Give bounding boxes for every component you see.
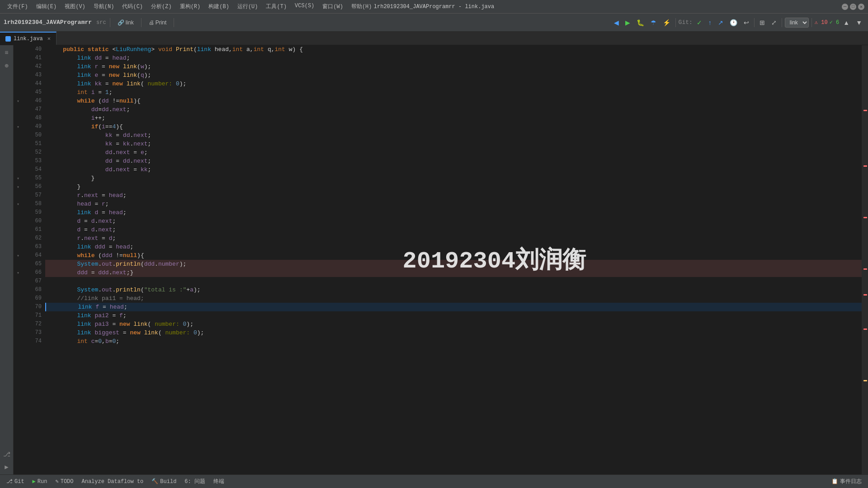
git-push-button[interactable]: ↗ <box>716 18 726 28</box>
terminal-bottom-item[interactable]: 终端 <box>211 477 227 486</box>
code-line-45: int i = 1; <box>45 88 862 97</box>
menu-code[interactable]: 代码(C) <box>118 2 146 11</box>
menu-navigate[interactable]: 导航(N) <box>90 2 118 11</box>
line-num-71: 71 <box>23 311 42 320</box>
gutter-71 <box>14 311 23 320</box>
gutter-42 <box>14 62 23 71</box>
menu-vcs[interactable]: VCS(S) <box>291 2 318 11</box>
line-num-72: 72 <box>23 320 42 328</box>
code-line-43: link e = new link(q); <box>45 71 862 80</box>
sidebar-run-icon[interactable]: ▶ <box>1 461 13 473</box>
code-line-62: r.next = d; <box>45 234 862 243</box>
code-line-66: ddd = ddd.next;} <box>45 268 862 277</box>
scroll-down-button[interactable]: ▼ <box>854 18 864 28</box>
scroll-marker-5 <box>863 294 867 296</box>
gutter-48 <box>14 114 23 122</box>
expand-button[interactable]: ⤢ <box>769 18 779 28</box>
build-bottom-item[interactable]: 🔨 Build <box>149 477 179 486</box>
line-num-47: 47 <box>23 105 42 114</box>
scroll-up-button[interactable]: ▲ <box>841 18 852 28</box>
line-num-53: 53 <box>23 157 42 165</box>
gutter-area: ▾ ▾ ▾ ▾ ▾ ▾ ▾ <box>14 45 23 474</box>
debug-button[interactable]: 🐛 <box>634 18 646 28</box>
code-content[interactable]: 20192304刘润衡 public static <LiuRunheng> v… <box>45 45 862 474</box>
toolbar-separator-2 <box>141 18 142 27</box>
gutter-61 <box>14 225 23 234</box>
toolbar: lrh20192304_JAVAProgramrr src 🔗 link 🖨 P… <box>0 14 868 32</box>
code-line-40: public static <LiuRunheng> void Print(li… <box>45 45 862 54</box>
code-line-68: System.out.println("total is :"+a); <box>45 286 862 294</box>
event-log-icon: 📋 <box>831 478 838 485</box>
code-line-71: link pai2 = f; <box>45 311 862 320</box>
gutter-67 <box>14 277 23 286</box>
gutter-65 <box>14 260 23 268</box>
menu-refactor[interactable]: 重构(R) <box>176 2 204 11</box>
run-button[interactable]: ▶ <box>623 18 632 28</box>
sidebar-search-icon[interactable]: ⊕ <box>1 60 13 71</box>
minimize-button[interactable]: ─ <box>842 4 848 10</box>
git-bottom-item[interactable]: ⎇ Git <box>4 477 27 486</box>
tab-close-icon[interactable]: ✕ <box>47 35 51 42</box>
close-button[interactable]: ✕ <box>858 4 864 10</box>
scroll-marker-6 <box>863 328 867 330</box>
menu-build[interactable]: 构建(B) <box>205 2 233 11</box>
line-num-48: 48 <box>23 114 42 122</box>
line-num-58: 58 <box>23 200 42 208</box>
gutter-74 <box>14 337 23 346</box>
warning-badge: ✓ 6 <box>830 19 840 26</box>
todo-bottom-icon: ✎ <box>55 478 58 485</box>
line-num-70: 70 <box>23 303 42 311</box>
coverage-button[interactable]: ☂ <box>648 18 659 28</box>
sidebar-structure-icon[interactable]: ≡ <box>1 47 13 59</box>
code-line-53: dd = dd.next; <box>45 157 862 165</box>
gutter-50 <box>14 131 23 140</box>
line-num-60: 60 <box>23 217 42 225</box>
navigate-back-button[interactable]: ◀ <box>612 18 621 28</box>
git-update-button[interactable]: ↑ <box>706 18 714 28</box>
gutter-73 <box>14 328 23 337</box>
git-check-button[interactable]: ✓ <box>694 18 704 28</box>
todo-bottom-item[interactable]: ✎ TODO <box>52 477 76 486</box>
title-bar: 文件(F) 编辑(E) 视图(V) 导航(N) 代码(C) 分析(Z) 重构(R… <box>0 0 868 14</box>
rollback-button[interactable]: ↩ <box>741 18 751 28</box>
menu-edit[interactable]: 编辑(E) <box>33 2 61 11</box>
menu-window[interactable]: 窗口(W) <box>319 2 347 11</box>
branch-selector[interactable]: link <box>785 18 809 28</box>
profile-button[interactable]: ⚡ <box>660 18 673 28</box>
event-log-label: 事件日志 <box>840 478 862 485</box>
menu-help[interactable]: 帮助(H) <box>348 2 376 11</box>
menu-analyze[interactable]: 分析(Z) <box>147 2 175 11</box>
gutter-44 <box>14 80 23 88</box>
line-num-42: 42 <box>23 62 42 71</box>
code-line-46: while (dd !=null){ <box>45 97 862 105</box>
maximize-button[interactable]: □ <box>850 4 856 10</box>
line-num-54: 54 <box>23 165 42 174</box>
issues-bottom-item[interactable]: 6: 问题 <box>182 477 208 486</box>
layout-button[interactable]: ⊞ <box>757 18 767 28</box>
line-num-41: 41 <box>23 54 42 62</box>
menu-view[interactable]: 视图(V) <box>61 2 89 11</box>
line-num-52: 52 <box>23 148 42 157</box>
bottom-right: 📋 事件日志 <box>829 477 864 486</box>
right-scrollbar[interactable] <box>862 45 868 474</box>
menu-tools[interactable]: 工具(T) <box>262 2 290 11</box>
toolbar-right: ◀ ▶ 🐛 ☂ ⚡ Git: ✓ ↑ ↗ 🕐 ↩ ⊞ ⤢ link ⚠ 10 ✓… <box>612 18 864 28</box>
menu-file[interactable]: 文件(F) <box>4 2 32 11</box>
print-button[interactable]: 🖨 Print <box>145 18 170 27</box>
src-label: src <box>96 19 106 26</box>
sidebar-git-icon[interactable]: ⎇ <box>1 448 13 460</box>
line-num-68: 68 <box>23 286 42 294</box>
issues-bottom-label: 6: 问题 <box>184 478 205 485</box>
title-bar-left: 文件(F) 编辑(E) 视图(V) 导航(N) 代码(C) 分析(Z) 重构(R… <box>4 2 376 11</box>
window-title: lrh20192304_JAVAProgramrr - link.java <box>374 4 494 10</box>
event-log-item[interactable]: 📋 事件日志 <box>829 477 864 486</box>
git-label: Git: <box>679 19 693 26</box>
gutter-62 <box>14 234 23 243</box>
tab-link-java[interactable]: link.java ✕ <box>0 32 57 45</box>
line-num-64: 64 <box>23 251 42 260</box>
run-bottom-item[interactable]: ▶ Run <box>30 477 50 486</box>
analyze-bottom-item[interactable]: Analyze Dataflow to <box>79 478 146 486</box>
menu-run[interactable]: 运行(U) <box>234 2 262 11</box>
link-nav-button[interactable]: 🔗 link <box>114 18 137 27</box>
history-button[interactable]: 🕐 <box>727 18 740 28</box>
